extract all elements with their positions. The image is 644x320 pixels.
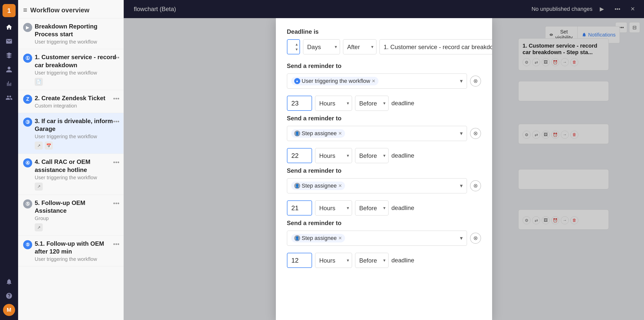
reminder-2-suffix: deadline <box>392 152 414 159</box>
nav-user-avatar-icon[interactable]: M <box>3 304 15 316</box>
reminder-4-tag-close[interactable]: ✕ <box>338 235 342 241</box>
nav-chart-icon[interactable] <box>3 78 15 90</box>
deadline-spinner-down[interactable]: ▼ <box>294 47 299 52</box>
deadline-reference-select[interactable]: 1. Customer service - record car breakdo… <box>379 39 492 54</box>
reminder-4-direction-select[interactable]: BeforeAfter <box>355 253 389 268</box>
workflow-item-title-step2: 2. Create Zendesk Ticket <box>35 94 118 102</box>
workflow-item-step4[interactable]: ④ 4. Call RAC or OEM assistance hotline … <box>18 154 123 195</box>
badge-share-step5: ↗ <box>35 223 43 231</box>
badge-calendar-step3: 📅 <box>45 141 53 150</box>
reminder-2-dropdown-arrow[interactable]: ▾ <box>460 130 463 137</box>
top-bar: flowchart (Beta) No unpublished changes … <box>124 0 644 18</box>
reminder-4-dropdown-arrow[interactable]: ▾ <box>460 235 463 241</box>
reminder-3-label: Send a reminder to <box>287 167 481 174</box>
reminder-1-time-input[interactable] <box>287 96 312 111</box>
deadline-unit-select-wrap: Days Hours Minutes ▾ <box>303 39 340 54</box>
reminder-3-remove-button[interactable]: ⊗ <box>470 180 481 191</box>
workflow-item-subtitle-start: User triggering the workflow <box>35 39 118 45</box>
workflow-panel: ≡ Workflow overview ▶ Breakdown Reportin… <box>18 0 124 320</box>
reminder-4-unit-select[interactable]: HoursMinutesDays <box>315 253 352 268</box>
workflow-header-icon: ≡ <box>23 6 27 14</box>
reminder-1-select[interactable]: ● User triggering the workflow ✕ ▾ <box>287 74 467 89</box>
workflow-item-step3[interactable]: ③ 3. If car is driveable, inform Garage … <box>18 113 123 154</box>
workflow-item-icon-step4: ④ <box>23 158 32 167</box>
deadline-number-wrap: ▲ ▼ <box>287 39 300 54</box>
app-avatar[interactable]: 1 <box>3 4 16 17</box>
reminder-1-remove-button[interactable]: ⊗ <box>470 76 481 87</box>
reminder-3-direction-select[interactable]: BeforeAfter <box>355 200 389 216</box>
nav-help-icon[interactable] <box>3 290 15 302</box>
workflow-item-step5[interactable]: ⑤ 5. Follow-up OEM Assistance Group ••• … <box>18 195 123 236</box>
workflow-item-title-step5: 5. Follow-up OEM Assistance <box>35 199 118 215</box>
reminder-3-time-input[interactable] <box>287 200 312 216</box>
reminder-2-tag-1: 👤 Step assignee ✕ <box>291 129 345 138</box>
deadline-direction-select-wrap: After Before ▾ <box>343 39 376 54</box>
deadline-reference-select-wrap: 1. Customer service - record car breakdo… <box>379 39 492 54</box>
workflow-item-start[interactable]: ▶ Breakdown Reporting Process start User… <box>18 18 123 49</box>
deadline-unit-select[interactable]: Days Hours Minutes <box>303 39 340 54</box>
reminder-4-select[interactable]: 👤 Step assignee ✕ ▾ <box>287 231 467 246</box>
workflow-item-dots-step5-1[interactable]: ••• <box>112 240 120 249</box>
workflow-item-title-step1: 1. Customer service - record car breakdo… <box>35 53 118 69</box>
deadline-spinner-up[interactable]: ▲ <box>294 42 299 47</box>
top-bar-dots-button[interactable]: ••• <box>612 4 623 14</box>
workflow-item-dots-step1[interactable]: ••• <box>112 53 120 62</box>
reminder-2-tag-icon: 👤 <box>294 130 300 136</box>
badge-doc-step1: 📄 <box>35 78 43 86</box>
reminder-1-tag-label: User triggering the workflow <box>302 78 370 84</box>
workflow-item-step5-1[interactable]: ⑤ 5.1. Follow-up with OEM after 120 min … <box>18 236 123 266</box>
play-button[interactable]: ▶ <box>596 4 608 15</box>
reminder-2-select[interactable]: 👤 Step assignee ✕ ▾ <box>287 126 467 141</box>
workflow-item-title-step4: 4. Call RAC or OEM assistance hotline <box>35 158 118 173</box>
reminder-2-unit-wrap: HoursMinutesDays ▾ <box>315 148 352 163</box>
workflow-item-step1[interactable]: ① 1. Customer service - record car break… <box>18 49 123 90</box>
workflow-item-dots-step4[interactable]: ••• <box>112 158 120 167</box>
reminder-3-dropdown-arrow[interactable]: ▾ <box>460 183 463 189</box>
reminder-1-time-row: HoursMinutesDays ▾ BeforeAfter ▾ deadlin… <box>287 96 481 111</box>
nav-layers-icon[interactable] <box>3 49 15 61</box>
workflow-item-subtitle-step4: User triggering the workflow <box>35 175 118 181</box>
deadline-direction-select[interactable]: After Before <box>343 39 376 54</box>
nav-users-icon[interactable] <box>3 63 15 76</box>
workflow-item-icon-step1: ① <box>23 54 32 63</box>
reminder-3-select[interactable]: 👤 Step assignee ✕ ▾ <box>287 178 467 193</box>
reminder-4-remove-button[interactable]: ⊗ <box>470 233 481 244</box>
reminder-4-time-wrap <box>287 253 312 268</box>
reminder-4-tag-label: Step assignee <box>302 235 337 241</box>
reminder-2-direction-select[interactable]: BeforeAfter <box>355 148 389 163</box>
nav-inbox-icon[interactable] <box>3 35 15 47</box>
workflow-item-dots-step5[interactable]: ••• <box>112 199 120 208</box>
reminder-2-unit-select[interactable]: HoursMinutesDays <box>315 148 352 163</box>
top-bar-close-button[interactable]: ✕ <box>627 4 638 14</box>
badge-share-step3: ↗ <box>35 141 43 150</box>
nav-bell-icon[interactable] <box>3 276 15 288</box>
workflow-item-icon-step5: ⑤ <box>23 199 32 208</box>
reminder-2-tag-label: Step assignee <box>302 130 337 137</box>
deadline-row: ▲ ▼ Days Hours Minutes ▾ <box>287 39 481 54</box>
workflow-item-dots-step2[interactable]: ••• <box>112 94 120 103</box>
reminder-1-tag-close[interactable]: ✕ <box>372 78 375 84</box>
nav-home-icon[interactable] <box>3 21 15 33</box>
workflow-item-step2[interactable]: Z 2. Create Zendesk Ticket Custom integr… <box>18 90 123 113</box>
reminder-3-tag-1: 👤 Step assignee ✕ <box>291 182 345 190</box>
nav-group-icon[interactable] <box>3 92 15 104</box>
reminder-2-tag-close[interactable]: ✕ <box>338 131 342 136</box>
reminder-1-direction-select[interactable]: BeforeAfter <box>355 96 389 111</box>
workflow-item-title-step5-1: 5.1. Follow-up with OEM after 120 min <box>35 240 118 255</box>
reminder-1-unit-select[interactable]: HoursMinutesDays <box>315 96 352 111</box>
reminder-1-label: Send a reminder to <box>287 62 481 69</box>
reminder-4-time-row: HoursMinutesDays ▾ BeforeAfter ▾ deadlin… <box>287 253 481 268</box>
deadline-spinners: ▲ ▼ <box>294 40 299 53</box>
reminder-4-row: 👤 Step assignee ✕ ▾ ⊗ <box>287 231 481 246</box>
workflow-item-dots-step3[interactable]: ••• <box>112 117 120 126</box>
reminder-3-unit-select[interactable]: HoursMinutesDays <box>315 200 352 216</box>
reminder-2-direction-wrap: BeforeAfter ▾ <box>355 148 389 163</box>
reminder-1-dropdown-arrow[interactable]: ▾ <box>460 78 463 84</box>
reminder-2-remove-button[interactable]: ⊗ <box>470 128 481 139</box>
workflow-item-title-start: Breakdown Reporting Process start <box>35 22 118 38</box>
reminder-2-time-input[interactable] <box>287 148 312 163</box>
reminder-3-direction-wrap: BeforeAfter ▾ <box>355 200 389 216</box>
reminder-3-tag-close[interactable]: ✕ <box>338 183 342 189</box>
reminder-4-time-input[interactable] <box>287 253 312 268</box>
reminder-3-tag-icon: 👤 <box>294 183 300 189</box>
